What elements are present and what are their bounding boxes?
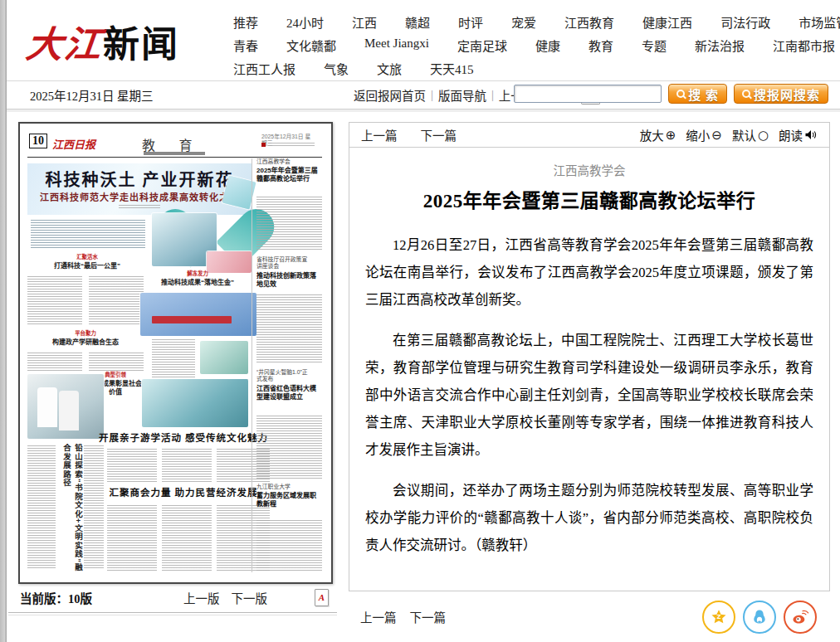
zoom-out-button[interactable]: 缩小⊖	[686, 126, 722, 143]
sidebar-article: 省科技厅召开政策宣讲座谈会 推动科技创新政策落地见效	[256, 256, 322, 289]
search-button[interactable]: 搜 索	[668, 84, 727, 104]
share-weibo-button[interactable]	[784, 601, 817, 634]
prev-page-link[interactable]: 上一版	[183, 589, 220, 606]
site-logo[interactable]: 大江新闻	[27, 15, 179, 68]
zoom-out-label: 缩小	[686, 126, 710, 143]
column-head-label: 平台聚力	[39, 329, 132, 337]
nav-link[interactable]: 赣超	[405, 13, 430, 31]
sidebar-article: 九江职业大学 蓄力服务区域发展职教新程	[256, 484, 322, 508]
nav-link[interactable]: 定南足球	[457, 36, 507, 54]
column-head-title: 构建政产学研融合生态	[27, 338, 144, 347]
sidebar-kicker: 江西高教学会	[256, 158, 312, 165]
nav-link[interactable]: 江南都市报	[773, 36, 835, 54]
nav-link[interactable]: 天天415	[430, 60, 474, 77]
current-page-value: 10版	[68, 592, 92, 606]
newspaper-page: 10 江西日报 教 育 2025年12月31日 星期三 科技种沃土 产业开新花 …	[27, 130, 322, 574]
sidebar-title: 江西省红色语料大模型建设联盟成立	[256, 385, 322, 401]
logo-text-red: 大江	[24, 15, 106, 68]
photo-lab-two-women	[142, 379, 248, 427]
article-footer: 上一篇 下一篇 Z	[349, 591, 830, 642]
window-edge	[0, 0, 7, 642]
prev-article-link[interactable]: 上一篇	[361, 126, 398, 143]
nav-link[interactable]: Meet Jiangxi	[364, 36, 429, 54]
share-qzone-button[interactable]: Z	[702, 601, 735, 634]
next-page-link[interactable]: 下一版	[232, 589, 268, 606]
newspaper-page-thumbnail[interactable]: 10 江西日报 教 育 2025年12月31日 星期三 科技种沃土 产业开新花 …	[18, 122, 333, 584]
layout-nav-link[interactable]: 版面导航	[438, 86, 486, 104]
page-navigation: 当前版：10版 上一版 下一版 A	[8, 585, 334, 610]
article-panel: 上一篇 下一篇 放大⊕ 缩小⊖ 默认○ 朗读 江西高教学会 2025年年会暨第三…	[349, 122, 830, 591]
sidebar-kicker: 省科技厅召开政策宣讲座谈会	[256, 256, 312, 270]
text-lines	[27, 353, 82, 371]
zoom-in-label: 放大	[640, 126, 664, 143]
text-lines	[27, 276, 82, 326]
article-paragraph: 会议期间，还举办了两场主题分别为师范院校转型发展、高等职业学校办学能力评价的“赣…	[365, 477, 813, 559]
article-nav-links: 上一篇 下一篇	[361, 126, 457, 143]
nav-link[interactable]: 推荐	[233, 13, 258, 31]
sidebar-title: 蓄力服务区域发展职教新程	[256, 492, 322, 508]
share-buttons: Z	[702, 601, 817, 634]
speaker-icon	[804, 129, 818, 140]
current-page-label: 当前版：10版	[20, 589, 92, 606]
article-paragraph: 在第三届赣鄱高教论坛上，中国工程院院士、江西理工大学校长葛世荣，教育部学位管理与…	[365, 327, 813, 464]
column-head-title: 推动科技成果“落地生金”	[149, 279, 247, 287]
qq-penguin-icon	[750, 608, 769, 626]
nav-link[interactable]: 文旅	[377, 60, 402, 77]
next-article-link[interactable]: 下一篇	[410, 608, 447, 625]
photo-labcoat-shape	[37, 387, 57, 427]
article-kicker: 江西高教学会	[349, 161, 829, 178]
nav-link[interactable]: 24小时	[286, 13, 324, 31]
text-lines	[256, 294, 322, 364]
nav-link[interactable]: 市场监管	[798, 13, 840, 31]
column-head-title: 打通科技“最后一公里”	[39, 262, 135, 270]
default-size-button[interactable]: 默认○	[732, 126, 769, 143]
read-aloud-button[interactable]: 朗读	[779, 126, 818, 143]
nav-link[interactable]: 江西教育	[564, 13, 614, 31]
nav-link[interactable]: 健康	[535, 36, 560, 54]
nav-link[interactable]: 气象	[324, 60, 349, 77]
column-rule	[252, 158, 252, 572]
issue-date: 2025年12月31日 星期三	[30, 86, 196, 104]
pdf-icon[interactable]: A	[315, 589, 329, 606]
nav-link[interactable]: 江西	[352, 13, 377, 31]
home-link[interactable]: 返回报网首页	[354, 86, 426, 104]
zoom-in-icon: ⊕	[666, 128, 676, 143]
nav-row-2: 青春 文化赣鄱 Meet Jiangxi 定南足球 健康 教育 专题 新法治报 …	[233, 36, 831, 54]
nav-link[interactable]: 专题	[642, 36, 667, 54]
nav-link[interactable]: 宠爱	[511, 13, 536, 31]
text-lines	[268, 143, 315, 146]
issue-toolbar: 2025年12月31日 星期三 返回报网首页| 版面导航| 上一期 下一期 往期…	[7, 80, 840, 109]
page-number-box: 10	[29, 134, 47, 148]
nav-link[interactable]: 新法治报	[695, 36, 745, 54]
text-lines	[256, 520, 322, 572]
sidebar-article: “井冈星火智脑1.0”正式发布 江西省红色语料大模型建设联盟成立	[256, 369, 322, 401]
default-size-icon: ○	[758, 128, 769, 143]
text-lines	[256, 416, 322, 479]
zoom-in-button[interactable]: 放大⊕	[640, 126, 676, 143]
sidebar-title: 2025年年会暨第三届赣鄱高教论坛举行	[256, 167, 322, 183]
nav-link[interactable]: 江西工人报	[233, 60, 295, 77]
nav-link[interactable]: 时评	[458, 13, 483, 31]
nav-link[interactable]: 司法行政	[720, 13, 770, 31]
text-lines	[89, 353, 144, 371]
site-search-button[interactable]: 搜报网搜索	[734, 84, 828, 104]
article-controls: 放大⊕ 缩小⊖ 默认○ 朗读	[640, 126, 818, 143]
nav-link[interactable]: 健康江西	[642, 13, 692, 31]
article-title: 2025年年会暨第三届赣鄱高教论坛举行	[349, 185, 829, 213]
nav-row-3: 江西工人报 气象 文旅 天天415	[233, 60, 831, 77]
prev-article-link[interactable]: 上一篇	[360, 608, 397, 625]
nav-link[interactable]: 青春	[233, 36, 258, 54]
search-bar: 搜 索 搜报网搜索	[514, 84, 828, 104]
vertical-headline: 铅山探索“书院文化+文明实践”融合发展路径	[61, 444, 84, 575]
site-search-button-label: 搜报网搜索	[754, 85, 820, 103]
nav-link[interactable]: 教育	[588, 36, 613, 54]
share-qq-button[interactable]	[743, 601, 776, 634]
nav-link[interactable]: 文化赣鄱	[286, 36, 336, 54]
column-head: 平台聚力 构建政产学研融合生态	[27, 329, 144, 347]
search-button-label: 搜 索	[688, 85, 719, 103]
search-icon	[742, 90, 750, 98]
photo-banner-stripe	[152, 316, 232, 323]
mid-banner-headline: 开展亲子游学活动 感受传统文化魅力	[94, 430, 273, 444]
next-article-link[interactable]: 下一篇	[421, 126, 457, 143]
search-input[interactable]	[514, 85, 662, 103]
